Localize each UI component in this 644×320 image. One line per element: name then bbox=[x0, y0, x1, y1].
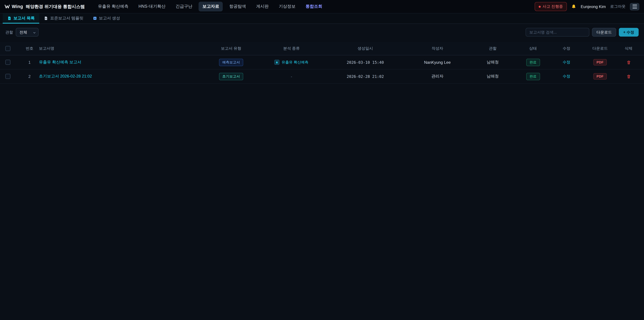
report-table: 번호 보고서명 보고서 유형 분석 종류 생성일시 작성자 관할 상태 수정 다… bbox=[0, 42, 644, 84]
create-button[interactable]: + 수정 bbox=[619, 28, 639, 37]
header-name: 보고서명 bbox=[39, 46, 206, 51]
jurisdiction-select[interactable]: 전체 bbox=[16, 28, 38, 37]
chevron-down-icon bbox=[33, 31, 36, 35]
logout-button[interactable]: 로그아웃 bbox=[610, 4, 626, 9]
header-author: 작성자 bbox=[404, 46, 471, 51]
created-at: 2026-03-10 15:40 bbox=[347, 60, 384, 65]
bell-icon[interactable] bbox=[572, 4, 576, 9]
pdf-download-badge[interactable]: PDF bbox=[593, 73, 607, 80]
author: NanKyung Lee bbox=[424, 60, 451, 65]
incident-dot-icon bbox=[538, 6, 540, 8]
download-button[interactable]: 다운로드 bbox=[592, 28, 616, 37]
nav-item-reports[interactable]: 보고자료 bbox=[199, 2, 223, 12]
droplet-icon bbox=[274, 60, 280, 65]
hamburger-menu-icon[interactable] bbox=[630, 3, 639, 10]
incident-status-badge: 사고 진행중 bbox=[534, 2, 567, 11]
created-at: 2026-02-28 21:02 bbox=[347, 74, 384, 79]
analysis-type: 유출유 확산예측 bbox=[274, 60, 308, 65]
jurisdiction: 남해청 bbox=[487, 74, 499, 79]
nav-item-weather[interactable]: 기상정보 bbox=[275, 2, 299, 12]
wing-logo-icon bbox=[5, 4, 10, 9]
main-menu: 유출유 확산예측 HNS·대기확산 긴급구난 보고자료 항공탐색 게시판 기상정… bbox=[94, 2, 326, 12]
header-num: 번호 bbox=[20, 46, 39, 51]
report-name-link[interactable]: 유출유 확산예측 보고서 bbox=[39, 59, 81, 65]
row-num: 2 bbox=[20, 74, 39, 79]
nav-item-rescue[interactable]: 긴급구난 bbox=[172, 2, 196, 12]
select-all-checkbox[interactable] bbox=[5, 46, 10, 51]
filter-toolbar: 관할 전체 다운로드 + 수정 bbox=[0, 24, 644, 40]
header-analysis: 분석 종류 bbox=[256, 46, 327, 51]
header-status: 상태 bbox=[514, 46, 552, 51]
report-type-badge: 초기보고서 bbox=[219, 73, 243, 80]
jurisdiction-label: 관할 bbox=[5, 30, 13, 35]
nav-item-board[interactable]: 게시판 bbox=[252, 2, 272, 12]
status-badge: 완료 bbox=[526, 59, 540, 66]
header-delete: 삭제 bbox=[618, 46, 639, 51]
report-tabbar: 보고서 목록 표준보고서 템플릿 보고서 생성 bbox=[0, 14, 644, 24]
row-checkbox[interactable] bbox=[5, 60, 10, 65]
table-row: 2 초기보고서 2026-02-28 21:02 초기보고서 - 2026-02… bbox=[0, 70, 644, 84]
header-jurisdiction: 관할 bbox=[471, 46, 514, 51]
report-name-link[interactable]: 초기보고서 2026-02-28 21:02 bbox=[39, 74, 92, 79]
nav-item-hns[interactable]: HNS·대기확산 bbox=[135, 2, 169, 12]
analysis-type: - bbox=[291, 74, 292, 79]
top-nav: Wing 해양환경 위기대응 통합시스템 유출유 확산예측 HNS·대기확산 긴… bbox=[0, 0, 644, 14]
header-download: 다운로드 bbox=[582, 46, 618, 51]
nav-item-aerial-search[interactable]: 항공탐색 bbox=[226, 2, 250, 12]
search-input[interactable] bbox=[526, 28, 589, 37]
trash-icon[interactable] bbox=[626, 60, 631, 65]
tab-report-create[interactable]: 보고서 생성 bbox=[88, 14, 125, 24]
tab-report-list-label: 보고서 목록 bbox=[14, 15, 35, 21]
document-icon bbox=[44, 16, 48, 20]
document-icon bbox=[8, 16, 12, 20]
app-root: Wing 해양환경 위기대응 통합시스템 유출유 확산예측 HNS·대기확산 긴… bbox=[0, 0, 644, 320]
pdf-download-badge[interactable]: PDF bbox=[593, 59, 607, 66]
jurisdiction-select-value: 전체 bbox=[20, 30, 27, 35]
header-created: 생성일시 bbox=[327, 46, 404, 51]
report-type-badge: 예측보고서 bbox=[219, 59, 243, 66]
edit-link[interactable]: 수정 bbox=[563, 60, 570, 65]
user-name: Eunjeong Kim bbox=[581, 4, 606, 9]
header-edit: 수정 bbox=[552, 46, 582, 51]
tab-report-create-label: 보고서 생성 bbox=[99, 15, 120, 21]
tab-report-template[interactable]: 표준보고서 템플릿 bbox=[40, 14, 88, 24]
table-row: 1 유출유 확산예측 보고서 예측보고서 유출유 확산예측 2026-03-10… bbox=[0, 55, 644, 70]
document-plus-icon bbox=[93, 16, 97, 20]
row-checkbox[interactable] bbox=[5, 74, 10, 79]
author: 관리자 bbox=[431, 74, 444, 79]
app-title: 해양환경 위기대응 통합시스템 bbox=[26, 4, 85, 10]
incident-badge-label: 사고 진행중 bbox=[542, 4, 563, 9]
analysis-type-label: 유출유 확산예측 bbox=[282, 60, 308, 65]
row-num: 1 bbox=[20, 60, 39, 65]
brand: Wing 해양환경 위기대응 통합시스템 bbox=[5, 4, 85, 10]
tab-report-template-label: 표준보고서 템플릿 bbox=[50, 15, 84, 21]
nav-item-oil-spill[interactable]: 유출유 확산예측 bbox=[94, 2, 132, 12]
header-type: 보고서 유형 bbox=[206, 46, 256, 51]
trash-icon[interactable] bbox=[626, 74, 631, 79]
tab-report-list[interactable]: 보고서 목록 bbox=[3, 14, 40, 24]
table-header-row: 번호 보고서명 보고서 유형 분석 종류 생성일시 작성자 관할 상태 수정 다… bbox=[0, 42, 644, 55]
edit-link[interactable]: 수정 bbox=[563, 74, 570, 79]
nav-item-integrated-search[interactable]: 통합조회 bbox=[302, 2, 326, 12]
nav-right: 사고 진행중 Eunjeong Kim 로그아웃 bbox=[534, 2, 639, 11]
jurisdiction: 남해청 bbox=[487, 59, 499, 65]
status-badge: 완료 bbox=[526, 73, 540, 80]
brand-name: Wing bbox=[12, 4, 23, 9]
